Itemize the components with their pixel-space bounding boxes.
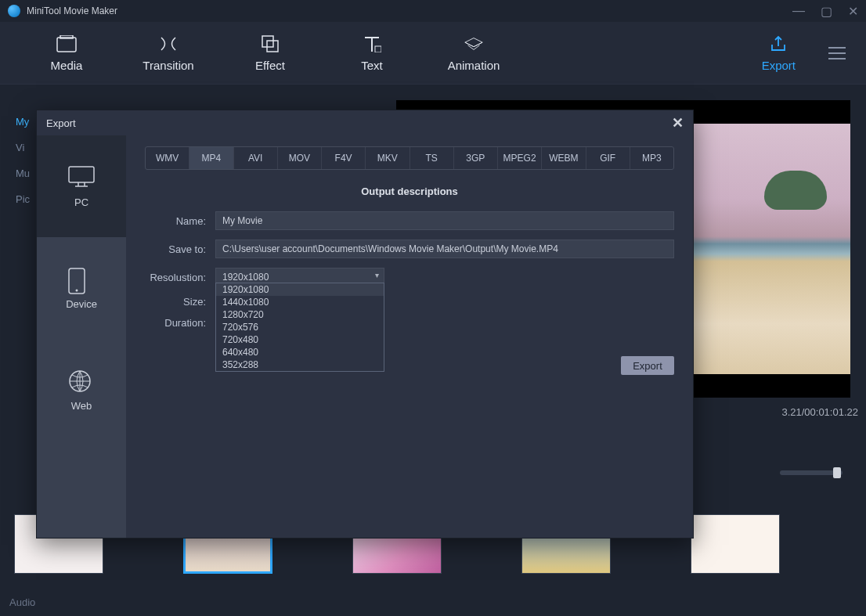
effect-tab[interactable]: Effect (219, 34, 321, 72)
format-wmv[interactable]: WMV (146, 147, 189, 169)
resolution-option[interactable]: 352x288 (216, 358, 384, 371)
resolution-option[interactable]: 640x480 (216, 346, 384, 358)
export-target-nav: PC Device Web (37, 135, 126, 538)
monitor-icon (67, 165, 96, 189)
format-mp4[interactable]: MP4 (189, 147, 233, 169)
section-title: Output descriptions (145, 186, 674, 197)
animation-tab[interactable]: Animation (423, 34, 525, 72)
sidebar-mu[interactable]: Mu (16, 168, 30, 179)
transition-label: Transition (143, 59, 193, 72)
titlebar: MiniTool Movie Maker — ▢ ✕ (0, 0, 866, 22)
media-label: Media (51, 59, 83, 72)
effect-icon (260, 34, 280, 54)
time-display: 3.21/00:01:01.22 (781, 406, 858, 418)
device-icon (67, 267, 96, 290)
animation-icon (464, 34, 484, 54)
saveto-input[interactable]: C:\Users\user account\Documents\Windows … (215, 240, 674, 258)
category-sidebar: My Vi Mu Pic (16, 116, 30, 219)
export-target-pc[interactable]: PC (37, 135, 126, 237)
resolution-dropdown: 1920x1080 1440x1080 1280x720 720x576 720… (215, 283, 384, 372)
export-tab[interactable]: Export (738, 34, 819, 72)
timeline-clip[interactable] (691, 514, 780, 574)
media-icon (56, 34, 77, 54)
format-mov[interactable]: MOV (278, 147, 322, 169)
svg-rect-5 (69, 167, 94, 182)
format-avi[interactable]: AVI (234, 147, 278, 169)
format-mpeg2[interactable]: MPEG2 (498, 147, 542, 169)
effect-label: Effect (255, 59, 285, 72)
resolution-label: Resolustion: (145, 272, 215, 283)
format-mp3[interactable]: MP3 (630, 147, 673, 169)
format-webm[interactable]: WEBM (542, 147, 586, 169)
svg-point-7 (76, 289, 78, 291)
app-logo-icon (8, 5, 20, 17)
export-label: Export (762, 59, 796, 72)
dialog-close-icon[interactable]: ✕ (672, 114, 684, 131)
sidebar-vi[interactable]: Vi (16, 142, 30, 153)
duration-label: Duration: (145, 317, 215, 329)
media-tab[interactable]: Media (16, 34, 117, 72)
resolution-option[interactable]: 1280x720 (216, 308, 384, 321)
text-icon (362, 34, 382, 54)
svg-rect-0 (57, 38, 76, 52)
text-tab[interactable]: Text (321, 34, 423, 72)
svg-rect-1 (60, 35, 73, 38)
resolution-option[interactable]: 1920x1080 (216, 283, 384, 296)
export-target-web-label: Web (71, 400, 92, 412)
export-target-device[interactable]: Device (37, 237, 126, 339)
export-target-pc-label: PC (74, 196, 88, 208)
export-icon (768, 34, 788, 54)
export-button[interactable]: Export (621, 356, 674, 375)
transition-icon (158, 34, 179, 54)
resolution-option[interactable]: 1440x1080 (216, 296, 384, 308)
resolution-option[interactable]: 720x480 (216, 333, 384, 346)
format-mkv[interactable]: MKV (366, 147, 410, 169)
text-label: Text (361, 59, 383, 72)
format-tabs: WMV MP4 AVI MOV F4V MKV TS 3GP MPEG2 WEB… (145, 146, 674, 170)
name-label: Name: (145, 215, 215, 227)
size-label: Size: (145, 296, 215, 308)
sidebar-my[interactable]: My (16, 116, 30, 128)
export-target-web[interactable]: Web (37, 339, 126, 441)
sidebar-pic[interactable]: Pic (16, 193, 30, 205)
export-settings: WMV MP4 AVI MOV F4V MKV TS 3GP MPEG2 WEB… (126, 135, 693, 538)
minimize-icon[interactable]: — (792, 4, 805, 19)
maximize-icon[interactable]: ▢ (821, 4, 832, 19)
close-icon[interactable]: ✕ (848, 4, 858, 19)
name-input[interactable]: My Movie (215, 211, 674, 230)
animation-label: Animation (448, 59, 500, 72)
globe-icon (67, 369, 96, 392)
app-title: MiniTool Movie Maker (27, 5, 117, 16)
saveto-label: Save to: (145, 243, 215, 255)
format-3gp[interactable]: 3GP (454, 147, 498, 169)
svg-rect-3 (267, 41, 278, 52)
svg-rect-2 (262, 36, 273, 47)
format-gif[interactable]: GIF (586, 147, 630, 169)
main-toolbar: Media Transition Effect Text Animation E… (0, 22, 866, 85)
export-dialog: Export ✕ PC Device Web (36, 110, 694, 539)
format-f4v[interactable]: F4V (322, 147, 366, 169)
format-ts[interactable]: TS (410, 147, 454, 169)
dialog-title: Export (46, 117, 76, 129)
export-target-device-label: Device (66, 298, 97, 310)
zoom-slider[interactable] (780, 470, 843, 475)
resolution-option[interactable]: 720x576 (216, 321, 384, 333)
svg-rect-4 (375, 46, 381, 52)
audio-track-label: Audio (9, 596, 35, 608)
transition-tab[interactable]: Transition (117, 34, 219, 72)
menu-icon[interactable] (827, 45, 850, 61)
